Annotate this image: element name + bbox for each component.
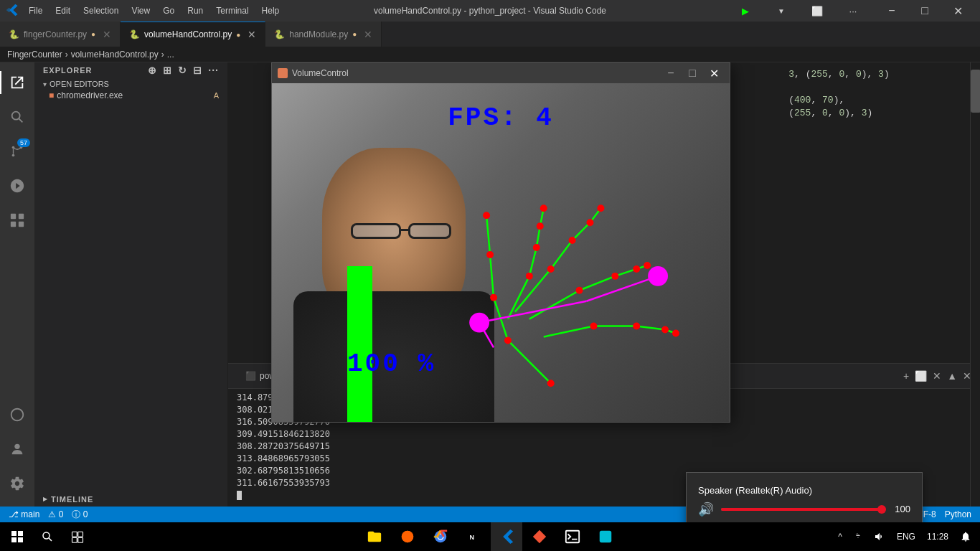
python-icon: 🐍 (9, 29, 19, 39)
line-number (730, 94, 766, 107)
terminal-header-controls[interactable]: + ⬜ ✕ ▲ ✕ (903, 370, 971, 382)
popup-maximize-button[interactable]: □ (682, 65, 702, 81)
maximize-panel-icon[interactable]: ▲ (947, 370, 957, 382)
source-control-activity-icon[interactable]: 57 (0, 134, 34, 169)
errors-status[interactable]: ⚠ 0 (48, 509, 63, 519)
volume-slider-track[interactable] (721, 508, 882, 511)
more-actions-button[interactable]: ··· (837, 0, 870, 22)
breadcrumb-part-3[interactable]: ... (167, 50, 174, 60)
sidebar-header-icons[interactable]: ⊕ ⊞ ↻ ⊟ ··· (148, 65, 219, 76)
popup-window-controls[interactable]: − □ ✕ (661, 65, 724, 81)
extensions-activity-icon[interactable] (0, 203, 34, 237)
remote-status[interactable]: ⎇ main (9, 509, 39, 519)
collapse-all-icon[interactable]: ⊟ (193, 65, 202, 76)
remote-explorer-icon[interactable] (0, 397, 34, 432)
maximize-button[interactable]: □ (908, 0, 941, 22)
tab-close-3-icon[interactable]: ✕ (364, 29, 372, 40)
menu-go[interactable]: Go (157, 4, 180, 17)
run-debug-activity-icon[interactable] (0, 169, 34, 203)
svg-text:N: N (470, 534, 475, 541)
warnings-status[interactable]: ⓘ 0 (72, 509, 88, 521)
new-folder-icon[interactable]: ⊞ (163, 65, 172, 76)
menu-file[interactable]: File (23, 4, 48, 17)
menu-selection[interactable]: Selection (77, 4, 124, 17)
svg-rect-9 (19, 222, 24, 227)
tray-expand-button[interactable]: ^ (834, 522, 847, 551)
explorer-activity-icon[interactable] (0, 65, 34, 100)
notification-button[interactable] (956, 522, 976, 551)
new-file-icon[interactable]: ⊕ (148, 65, 157, 76)
settings-activity-icon[interactable] (0, 466, 34, 501)
taskbar-apps: N (359, 522, 621, 551)
menu-run[interactable]: Run (182, 4, 209, 17)
window-controls[interactable]: ▶ ▼ ⬜ ··· − □ ✕ (729, 0, 974, 22)
account-icon[interactable] (0, 432, 34, 466)
sidebar-header: EXPLORER ⊕ ⊞ ↻ ⊟ ··· (34, 62, 227, 78)
popup-close-button[interactable]: ✕ (704, 65, 724, 81)
tab-label: fingerCounter.py (24, 29, 87, 39)
menu-help[interactable]: Help (256, 4, 286, 17)
svg-point-10 (14, 444, 19, 449)
network-icon[interactable] (848, 522, 868, 551)
svg-line-16 (529, 248, 537, 276)
window-title: volumeHandControl.py - python_project - … (374, 6, 606, 16)
run-button[interactable]: ▶ (729, 0, 762, 22)
chrome-taskbar[interactable] (425, 522, 456, 551)
kill-terminal-icon[interactable]: ✕ (933, 370, 941, 382)
code-line-5 (730, 120, 980, 133)
popup-minimize-button[interactable]: − (661, 65, 681, 81)
close-button[interactable]: ✕ (941, 0, 974, 22)
file-explorer-taskbar[interactable] (359, 522, 390, 551)
volume-control-window[interactable]: VolumeControl − □ ✕ (271, 62, 730, 423)
menu-view[interactable]: View (126, 4, 156, 17)
git-taskbar[interactable] (524, 522, 555, 551)
menu-edit[interactable]: Edit (50, 4, 76, 17)
sidebar: EXPLORER ⊕ ⊞ ↻ ⊟ ··· ▾ OPEN EDITORS ■ ch… (34, 62, 228, 507)
tab-label-3: handModule.py (289, 29, 348, 39)
language-status[interactable]: Python (945, 509, 971, 519)
notion-taskbar[interactable]: N (458, 522, 489, 551)
task-view-button[interactable] (63, 522, 92, 551)
code-editor[interactable]: 3, (255, 0, 0), 3) (400, 70), (255, 0, 0… (730, 62, 980, 363)
breadcrumb-part-1[interactable]: FingerCounter (7, 50, 62, 60)
popup-title-text: VolumeControl (292, 68, 349, 78)
volume-taskbar-icon[interactable] (870, 522, 890, 551)
scrollbar-thumb[interactable] (971, 70, 980, 113)
split-terminal-icon[interactable]: ⬜ (915, 370, 927, 382)
python-icon-3: 🐍 (274, 29, 285, 39)
split-editor-button[interactable]: ⬜ (801, 0, 834, 22)
open-editors-section[interactable]: ▾ OPEN EDITORS (34, 78, 227, 90)
refresh-icon[interactable]: ↻ (178, 65, 187, 76)
breadcrumb-part-2[interactable]: volumeHandControl.py (71, 50, 159, 60)
svg-line-11 (508, 340, 551, 383)
minimize-button[interactable]: − (875, 0, 908, 22)
svg-line-1 (19, 118, 22, 122)
timeline-header[interactable]: ▸ TIMELINE (34, 491, 227, 507)
search-taskbar-button[interactable] (33, 522, 62, 551)
extra-app-taskbar[interactable] (590, 522, 621, 551)
clock[interactable]: 11:28 (923, 522, 953, 551)
speaker-icon[interactable]: 🔊 (698, 501, 714, 517)
menu-terminal[interactable]: Terminal (210, 4, 254, 17)
run-dropdown[interactable]: ▼ (765, 0, 798, 22)
sidebar-file-chromedriver[interactable]: ■ chromedriver.exe A (34, 90, 227, 101)
tab-close-icon[interactable]: ✕ (103, 29, 111, 40)
terminal-taskbar[interactable] (557, 522, 588, 551)
firefox-taskbar[interactable] (392, 522, 423, 551)
add-terminal-icon[interactable]: + (903, 370, 909, 382)
more-options-icon[interactable]: ··· (208, 65, 219, 76)
svg-rect-7 (19, 214, 24, 219)
terminal-cursor (237, 491, 242, 500)
start-button[interactable] (3, 522, 32, 551)
volume-slider-thumb[interactable] (877, 505, 886, 514)
tab-fingerCounter[interactable]: 🐍 fingerCounter.py ● ✕ (0, 22, 121, 47)
svg-point-36 (483, 212, 490, 219)
language-indicator[interactable]: ENG (892, 522, 920, 551)
vertical-scrollbar[interactable] (970, 62, 980, 507)
vscode-taskbar[interactable] (491, 522, 522, 551)
tab-volumeHandControl[interactable]: 🐍 volumeHandControl.py ● ✕ (121, 22, 265, 47)
search-activity-icon[interactable] (0, 100, 34, 134)
tab-handModule[interactable]: 🐍 handModule.py ● ✕ (265, 22, 382, 47)
tab-close-active-icon[interactable]: ✕ (248, 29, 256, 40)
menu-bar[interactable]: File Edit Selection View Go Run Terminal… (23, 4, 285, 17)
